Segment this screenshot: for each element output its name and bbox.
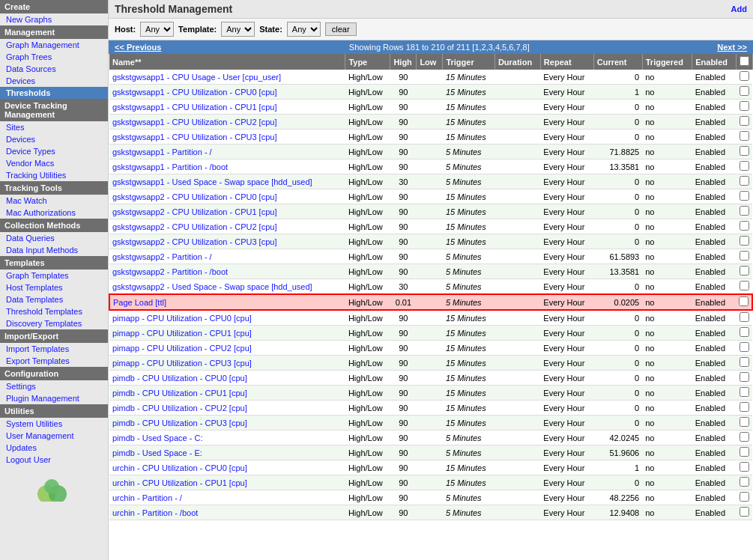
table-row[interactable]: pimapp - CPU Utilization - CPU1 [cpu] Hi… bbox=[109, 326, 752, 341]
table-row[interactable]: gskstgwsapp1 - CPU Usage - User [cpu_use… bbox=[109, 70, 752, 85]
cell-checkbox[interactable] bbox=[736, 430, 752, 445]
table-row[interactable]: pimdb - Used Space - C: High/Low 90 5 Mi… bbox=[109, 430, 752, 445]
sidebar-item-import-templates[interactable]: Import Templates bbox=[0, 343, 108, 355]
row-checkbox[interactable] bbox=[740, 507, 749, 517]
threshold-name-link[interactable]: gskstgwsapp1 - Used Space - Swap space [… bbox=[112, 177, 312, 186]
cell-checkbox[interactable] bbox=[736, 310, 752, 326]
row-checkbox[interactable] bbox=[740, 372, 749, 382]
threshold-name-link[interactable]: gskstgwsapp2 - CPU Utilization - CPU2 [c… bbox=[112, 222, 276, 231]
cell-checkbox[interactable] bbox=[736, 416, 752, 430]
threshold-name-link[interactable]: urchin - CPU Utilization - CPU1 [cpu] bbox=[112, 478, 247, 487]
cell-checkbox[interactable] bbox=[736, 85, 752, 100]
row-checkbox[interactable] bbox=[740, 432, 749, 442]
row-checkbox[interactable] bbox=[740, 206, 749, 216]
cell-checkbox[interactable] bbox=[736, 401, 752, 416]
sidebar-item-device-types[interactable]: Device Types bbox=[0, 145, 108, 157]
row-checkbox[interactable] bbox=[740, 477, 749, 487]
cell-checkbox[interactable] bbox=[736, 341, 752, 356]
sidebar-item-data-sources[interactable]: Data Sources bbox=[0, 63, 108, 75]
sidebar-item-new-graphs[interactable]: New Graphs bbox=[0, 13, 108, 25]
sidebar-item-host-templates[interactable]: Host Templates bbox=[0, 281, 108, 293]
sidebar-item-settings[interactable]: Settings bbox=[0, 380, 108, 392]
row-checkbox[interactable] bbox=[740, 161, 749, 171]
table-row[interactable]: pimapp - CPU Utilization - CPU2 [cpu] Hi… bbox=[109, 341, 752, 356]
threshold-name-link[interactable]: gskstgwsapp1 - CPU Utilization - CPU1 [c… bbox=[112, 103, 276, 112]
row-checkbox[interactable] bbox=[740, 236, 749, 246]
table-row[interactable]: urchin - CPU Utilization - CPU1 [cpu] Hi… bbox=[109, 475, 752, 490]
table-row[interactable]: gskstgwsapp1 - Partition - / High/Low 90… bbox=[109, 144, 752, 159]
row-checkbox[interactable] bbox=[740, 116, 749, 126]
sidebar-item-mac-authorizations[interactable]: Mac Authorizations bbox=[0, 207, 108, 219]
cell-checkbox[interactable] bbox=[736, 234, 752, 249]
prev-page-link[interactable]: << Previous bbox=[115, 43, 161, 52]
threshold-name-link[interactable]: pimdb - CPU Utilization - CPU2 [cpu] bbox=[112, 404, 247, 413]
table-row[interactable]: urchin - Partition - /boot High/Low 90 5… bbox=[109, 505, 752, 520]
add-link[interactable]: Add bbox=[731, 4, 747, 13]
row-checkbox[interactable] bbox=[740, 281, 749, 290]
cell-checkbox[interactable] bbox=[736, 100, 752, 115]
row-checkbox[interactable] bbox=[740, 266, 749, 276]
cell-checkbox[interactable] bbox=[736, 490, 752, 505]
threshold-name-link[interactable]: pimdb - CPU Utilization - CPU3 [cpu] bbox=[112, 419, 247, 427]
row-checkbox[interactable] bbox=[740, 447, 749, 457]
table-row[interactable]: gskstgwsapp2 - Used Space - Swap space [… bbox=[109, 279, 752, 295]
cell-checkbox[interactable] bbox=[736, 70, 752, 85]
row-checkbox[interactable] bbox=[740, 221, 749, 231]
cell-checkbox[interactable] bbox=[736, 356, 752, 371]
select-all-checkbox[interactable] bbox=[740, 56, 749, 66]
threshold-name-link[interactable]: gskstgwsapp1 - Partition - /boot bbox=[112, 162, 228, 171]
sidebar-item-data-templates[interactable]: Data Templates bbox=[0, 293, 108, 305]
sidebar-item-thresholds[interactable]: Thresholds bbox=[0, 87, 108, 99]
threshold-name-link[interactable]: gskstgwsapp2 - CPU Utilization - CPU1 [c… bbox=[112, 207, 276, 216]
sidebar-item-graph-trees[interactable]: Graph Trees bbox=[0, 51, 108, 63]
threshold-name-link[interactable]: gskstgwsapp2 - CPU Utilization - CPU0 [c… bbox=[112, 192, 276, 201]
row-checkbox[interactable] bbox=[740, 417, 749, 427]
row-checkbox[interactable] bbox=[740, 492, 749, 502]
host-select[interactable]: Any bbox=[140, 22, 174, 37]
table-row[interactable]: gskstgwsapp2 - CPU Utilization - CPU2 [c… bbox=[109, 219, 752, 234]
threshold-name-link[interactable]: gskstgwsapp2 - CPU Utilization - CPU3 [c… bbox=[112, 237, 276, 246]
threshold-name-link[interactable]: pimapp - CPU Utilization - CPU0 [cpu] bbox=[112, 314, 252, 323]
row-checkbox[interactable] bbox=[740, 146, 749, 156]
cell-checkbox[interactable] bbox=[736, 326, 752, 341]
threshold-name-link[interactable]: pimapp - CPU Utilization - CPU2 [cpu] bbox=[112, 344, 252, 353]
sidebar-item-graph-templates[interactable]: Graph Templates bbox=[0, 270, 108, 281]
sidebar-item-mac-watch[interactable]: Mac Watch bbox=[0, 195, 108, 207]
threshold-name-link[interactable]: gskstgwsapp1 - Partition - / bbox=[112, 147, 212, 156]
table-row[interactable]: pimdb - CPU Utilization - CPU2 [cpu] Hig… bbox=[109, 401, 752, 416]
row-checkbox[interactable] bbox=[740, 327, 749, 337]
sidebar-item-tracking-utilities[interactable]: Tracking Utilities bbox=[0, 169, 108, 181]
table-row[interactable]: gskstgwsapp1 - CPU Utilization - CPU0 [c… bbox=[109, 85, 752, 100]
sidebar-item-discovery-templates[interactable]: Discovery Templates bbox=[0, 317, 108, 329]
cell-checkbox[interactable] bbox=[736, 264, 752, 279]
cell-checkbox[interactable] bbox=[736, 130, 752, 144]
row-checkbox[interactable] bbox=[740, 101, 749, 111]
threshold-name-link[interactable]: urchin - CPU Utilization - CPU0 [cpu] bbox=[112, 463, 247, 472]
table-row[interactable]: urchin - CPU Utilization - CPU0 [cpu] Hi… bbox=[109, 460, 752, 475]
sidebar-item-plugin-management[interactable]: Plugin Management bbox=[0, 392, 108, 404]
cell-checkbox[interactable] bbox=[736, 189, 752, 204]
table-row[interactable]: gskstgwsapp2 - Partition - /boot High/Lo… bbox=[109, 264, 752, 279]
threshold-name-link[interactable]: gskstgwsapp2 - Partition - / bbox=[112, 252, 212, 261]
cell-checkbox[interactable] bbox=[736, 204, 752, 219]
threshold-name-link[interactable]: pimdb - CPU Utilization - CPU0 [cpu] bbox=[112, 374, 247, 383]
cell-checkbox[interactable] bbox=[736, 159, 752, 174]
table-row[interactable]: gskstgwsapp2 - CPU Utilization - CPU0 [c… bbox=[109, 189, 752, 204]
cell-checkbox[interactable] bbox=[736, 249, 752, 264]
threshold-name-link[interactable]: gskstgwsapp2 - Partition - /boot bbox=[112, 267, 228, 276]
table-row[interactable]: gskstgwsapp1 - CPU Utilization - CPU2 [c… bbox=[109, 115, 752, 130]
threshold-name-link[interactable]: urchin - Partition - / bbox=[112, 493, 182, 502]
table-row[interactable]: gskstgwsapp2 - CPU Utilization - CPU3 [c… bbox=[109, 234, 752, 249]
cell-checkbox[interactable] bbox=[736, 505, 752, 520]
sidebar-item-system-utilities[interactable]: System Utilities bbox=[0, 418, 108, 430]
cell-checkbox[interactable] bbox=[736, 294, 752, 310]
threshold-name-link[interactable]: gskstgwsapp1 - CPU Utilization - CPU3 [c… bbox=[112, 133, 276, 141]
threshold-name-link[interactable]: gskstgwsapp1 - CPU Utilization - CPU2 [c… bbox=[112, 118, 276, 127]
cell-checkbox[interactable] bbox=[736, 475, 752, 490]
sidebar-item-vendor-macs[interactable]: Vendor Macs bbox=[0, 157, 108, 169]
table-row[interactable]: pimapp - CPU Utilization - CPU3 [cpu] Hi… bbox=[109, 356, 752, 371]
threshold-name-link[interactable]: pimapp - CPU Utilization - CPU1 [cpu] bbox=[112, 329, 252, 338]
threshold-name-link[interactable]: pimapp - CPU Utilization - CPU3 [cpu] bbox=[112, 359, 252, 368]
table-row[interactable]: gskstgwsapp1 - CPU Utilization - CPU3 [c… bbox=[109, 130, 752, 144]
table-row[interactable]: urchin - Partition - / High/Low 90 5 Min… bbox=[109, 490, 752, 505]
